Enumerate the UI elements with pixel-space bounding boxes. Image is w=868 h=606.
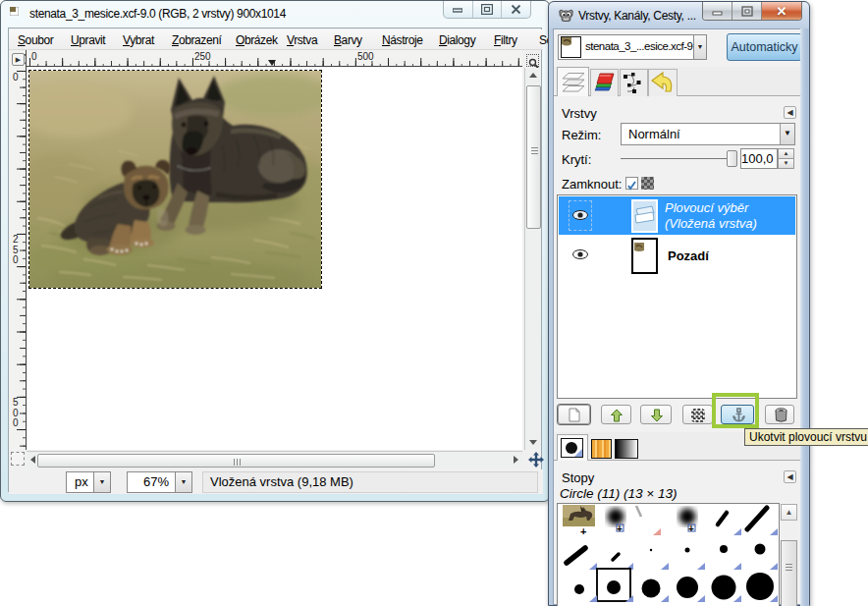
- svg-text:+: +: [688, 523, 694, 534]
- svg-text:+: +: [617, 523, 623, 534]
- svg-text:+: +: [580, 525, 586, 537]
